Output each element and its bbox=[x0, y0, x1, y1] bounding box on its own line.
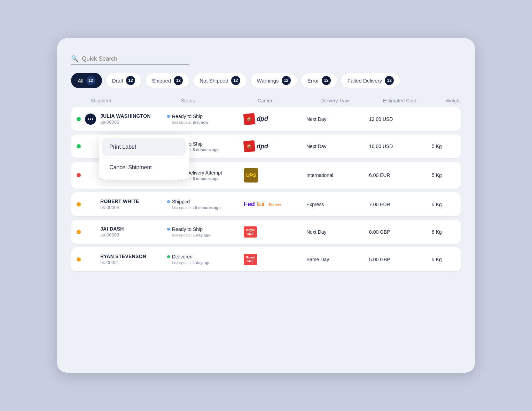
shipment-row: ROBERT WHITE us-00004 Shipped last updat… bbox=[71, 192, 461, 216]
carrier-cell: 📦 dpd bbox=[244, 141, 306, 152]
delivery-type: Next Day bbox=[306, 144, 369, 149]
status-label: Shipped bbox=[167, 199, 244, 204]
delivery-type: Same Day bbox=[306, 257, 369, 262]
carrier-logo-fedex: FedEx Express bbox=[244, 201, 281, 208]
customer-name: ROBERT WHITE bbox=[100, 199, 139, 204]
filter-badge: 12 bbox=[86, 76, 95, 85]
estimated-cost: 8.00 GBP bbox=[369, 229, 432, 235]
status-cell: Shipped last update: 10 minutes ago bbox=[167, 199, 244, 210]
estimated-cost: 7.00 EUR bbox=[369, 202, 432, 207]
estimated-cost: 12.00 USD bbox=[369, 116, 432, 122]
status-text: Ready to Ship bbox=[172, 226, 203, 232]
shipment-info: RYAN STEVENSON us-00001 bbox=[100, 254, 146, 265]
status-label: Ready to Ship bbox=[167, 226, 244, 232]
row-left: ROBERT WHITE us-00004 bbox=[77, 199, 167, 210]
carrier-cell: 📦 dpd bbox=[244, 114, 306, 125]
weight: 5 Kg bbox=[432, 144, 467, 149]
carrier-cell: FedEx Express bbox=[244, 201, 306, 208]
row-left: ••• JULIA WASHINGTON us-00006 bbox=[77, 113, 167, 125]
shipment-list: ••• JULIA WASHINGTON us-00006 Ready to S… bbox=[71, 107, 461, 271]
filter-badge: 12 bbox=[322, 76, 331, 85]
filter-tab-not-shipped[interactable]: Not Shipped12 bbox=[193, 73, 247, 88]
carrier-logo-dpd: 📦 dpd bbox=[244, 114, 268, 125]
cancel-shipment-menu-item[interactable]: Cancel Shipment bbox=[102, 159, 186, 176]
table-column-header: Weight bbox=[446, 98, 480, 103]
status-cell: Ready to Ship last update: just now bbox=[167, 114, 244, 124]
weight: 5 Kg bbox=[432, 257, 467, 262]
status-dot bbox=[167, 115, 170, 118]
table-column-header: Delivery Type bbox=[320, 98, 383, 103]
carrier-logo-royalmail: RoyalMail bbox=[244, 254, 257, 265]
status-text: Delivered bbox=[172, 254, 193, 259]
filter-badge: 12 bbox=[126, 76, 135, 85]
estimated-cost: 10.00 USD bbox=[369, 144, 432, 149]
filter-label: Draft bbox=[112, 78, 124, 84]
status-label: Delivered bbox=[167, 254, 244, 259]
carrier-logo-royalmail: RoyalMail bbox=[244, 226, 257, 238]
weight: 5 Kg bbox=[432, 172, 467, 178]
status-dot bbox=[167, 228, 170, 231]
order-id: us-00006 bbox=[100, 119, 151, 125]
row-left: RYAN STEVENSON us-00001 bbox=[77, 254, 167, 265]
row-left: JAI DASH us-00003 bbox=[77, 226, 167, 238]
estimated-cost: 5.00 GBP bbox=[369, 257, 432, 262]
shipment-row: JAI DASH us-00003 Ready to Ship last upd… bbox=[71, 220, 461, 244]
app-container: 🔍 All12Draft12Shipped12Not Shipped12Warn… bbox=[57, 38, 475, 373]
search-bar: 🔍 bbox=[71, 55, 189, 64]
status-dot bbox=[167, 200, 170, 203]
filter-tab-warnings[interactable]: Warnings12 bbox=[250, 73, 297, 88]
filter-label: Warnings bbox=[257, 78, 279, 84]
carrier-cell: RoyalMail bbox=[244, 226, 306, 238]
filter-tab-shipped[interactable]: Shipped12 bbox=[145, 73, 189, 88]
customer-name: JULIA WASHINGTON bbox=[100, 113, 151, 119]
filter-label: Error bbox=[307, 78, 319, 84]
row-color-indicator bbox=[77, 144, 81, 148]
filter-tab-all[interactable]: All12 bbox=[71, 73, 102, 88]
filter-label: Shipped bbox=[152, 78, 171, 84]
table-column-header: Shipment bbox=[91, 98, 181, 103]
filter-label: Not Shipped bbox=[200, 78, 228, 84]
last-update: last update: 1 day ago bbox=[167, 233, 244, 237]
more-options-button[interactable]: ••• bbox=[85, 114, 96, 125]
carrier-logo-dpd: 📦 dpd bbox=[244, 141, 268, 152]
shipment-info: JULIA WASHINGTON us-00006 bbox=[100, 113, 151, 125]
row-color-indicator bbox=[77, 257, 81, 262]
context-menu: Print LabelCancel Shipment bbox=[99, 135, 189, 180]
search-input[interactable] bbox=[82, 55, 189, 62]
carrier-logo-ups: UPS bbox=[244, 168, 258, 183]
delivery-type: Express bbox=[306, 202, 369, 207]
weight: 8 Kg bbox=[432, 229, 467, 235]
table-column-header: Estimated Cost bbox=[383, 98, 446, 103]
order-id: us-00003 bbox=[100, 232, 124, 238]
status-dot bbox=[167, 255, 170, 258]
table-header: ShipmentStatusCarrierDelivery TypeEstima… bbox=[71, 98, 461, 107]
row-color-indicator bbox=[77, 230, 81, 234]
last-update: last update: 10 minutes ago bbox=[167, 206, 244, 210]
menu-divider bbox=[102, 157, 186, 157]
filter-label: All bbox=[78, 78, 84, 84]
filter-tabs: All12Draft12Shipped12Not Shipped12Warnin… bbox=[71, 73, 461, 88]
table-column-header: Carrier bbox=[258, 98, 320, 103]
filter-badge: 12 bbox=[174, 76, 183, 85]
customer-name: RYAN STEVENSON bbox=[100, 254, 146, 259]
filter-badge: 12 bbox=[385, 76, 394, 85]
search-icon: 🔍 bbox=[71, 55, 78, 62]
filter-tab-failed-delivery[interactable]: Failed Delivery12 bbox=[341, 73, 400, 88]
filter-tab-draft[interactable]: Draft12 bbox=[105, 73, 142, 88]
weight: 5 Kg bbox=[432, 202, 467, 207]
shipment-info: JAI DASH us-00003 bbox=[100, 226, 124, 238]
status-cell: Delivered last update: 1 day ago bbox=[167, 254, 244, 265]
table-column-header: Status bbox=[181, 98, 258, 103]
filter-tab-error[interactable]: Error12 bbox=[301, 73, 337, 88]
filter-badge: 12 bbox=[231, 76, 240, 85]
status-cell: Ready to Ship last update: 1 day ago bbox=[167, 226, 244, 237]
estimated-cost: 6.00 EUR bbox=[369, 172, 432, 178]
print-label-menu-item[interactable]: Print Label bbox=[102, 138, 186, 156]
carrier-cell: RoyalMail bbox=[244, 254, 306, 265]
shipment-info: ROBERT WHITE us-00004 bbox=[100, 199, 139, 210]
customer-name: JAI DASH bbox=[100, 226, 124, 232]
delivery-type: International bbox=[306, 172, 369, 178]
carrier-cell: UPS bbox=[244, 168, 306, 183]
status-text: Ready to Ship bbox=[172, 114, 203, 119]
delivery-type: Next Day bbox=[306, 116, 369, 122]
